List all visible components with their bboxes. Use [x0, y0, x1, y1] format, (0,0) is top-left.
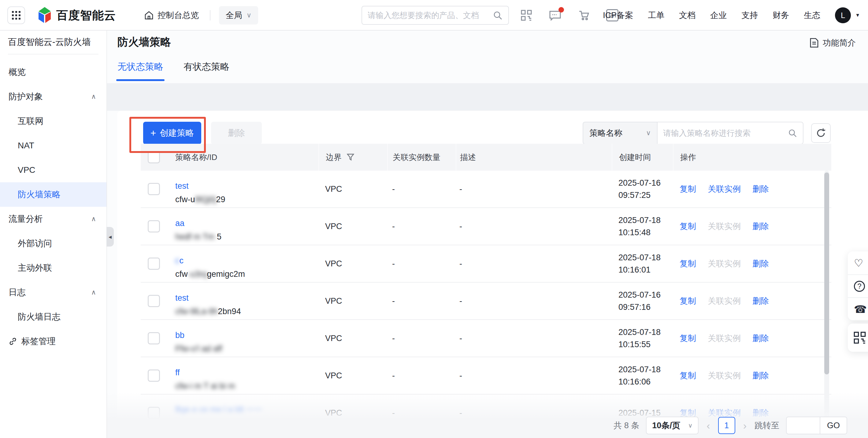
nav-link-support[interactable]: 支持	[741, 10, 758, 21]
nav-link-finance[interactable]: 财务	[773, 10, 789, 21]
policy-name-link[interactable]: aa	[175, 218, 318, 228]
policy-name-link[interactable]: cc	[175, 255, 318, 266]
filter-funnel-icon[interactable]	[346, 153, 354, 161]
copy-action[interactable]: 复制	[680, 221, 696, 232]
global-search-input[interactable]	[368, 11, 492, 20]
help-button[interactable]: ?	[848, 274, 868, 297]
delete-button[interactable]: 删除	[211, 122, 262, 144]
sidebar-item-label: 主动外联	[18, 262, 52, 274]
row-checkbox[interactable]	[148, 257, 160, 270]
filter-field-select[interactable]: 策略名称 ∨	[583, 122, 657, 144]
sidebar-item-9[interactable]: 日志∧	[0, 280, 106, 305]
sidebar-item-1[interactable]: 防护对象∧	[0, 85, 106, 109]
contact-button[interactable]: ☎	[848, 297, 868, 320]
delete-action[interactable]: 删除	[752, 184, 769, 194]
copy-action[interactable]: 复制	[680, 295, 696, 307]
policy-name-link[interactable]: test	[175, 181, 318, 191]
nav-link-docs[interactable]: 文档	[679, 10, 695, 21]
favorite-button[interactable]: ♡	[848, 251, 868, 274]
cart-icon[interactable]	[578, 9, 590, 22]
qr-panel-button[interactable]	[848, 323, 868, 352]
avatar[interactable]: L	[835, 7, 851, 23]
sidebar-item-7[interactable]: 外部访问	[0, 231, 106, 256]
created-time: 2025-07-1810:15:48	[612, 214, 673, 239]
logo-text: 百度智能云	[56, 8, 116, 23]
table-row: testcfw-u8lQj0j29VPC--2025-07-1609:57:25…	[141, 171, 831, 208]
created-time: 2025-07-1810:15:55	[612, 326, 673, 350]
relate-instance-action[interactable]: 关联实例	[708, 370, 741, 381]
boundary-value: VPC	[318, 334, 387, 343]
region-selector[interactable]: 全局 ∨	[219, 6, 258, 25]
nav-link-tickets[interactable]: 工单	[648, 10, 664, 21]
search-icon[interactable]	[492, 10, 503, 21]
copy-action[interactable]: 复制	[680, 333, 696, 344]
row-checkbox[interactable]	[148, 295, 160, 307]
row-checkbox[interactable]	[148, 370, 160, 382]
baidu-cloud-logo[interactable]: 百度智能云	[37, 7, 116, 24]
policy-card: + 创建策略 删除 策略名称 ∨ 策略名称/ID	[117, 111, 868, 438]
sidebar-item-8[interactable]: 主动外联	[0, 256, 106, 280]
create-policy-button[interactable]: + 创建策略	[143, 122, 201, 144]
description-value: -	[456, 296, 612, 306]
console-overview-link[interactable]: 控制台总览	[144, 10, 199, 21]
current-page[interactable]: 1	[718, 417, 735, 434]
sidebar-collapse-handle[interactable]: ◂	[106, 227, 114, 247]
feature-intro-link[interactable]: 功能简介	[809, 37, 856, 48]
relate-instance-action[interactable]: 关联实例	[708, 258, 741, 269]
sidebar-item-3[interactable]: NAT	[0, 133, 106, 158]
sidebar-item-6[interactable]: 流量分析∧	[0, 207, 106, 231]
copy-action[interactable]: 复制	[680, 184, 696, 194]
policy-name-link[interactable]: bb	[175, 330, 318, 340]
sidebar-item-0[interactable]: 概览	[0, 60, 106, 85]
sidebar-item-label: 标签管理	[22, 336, 56, 347]
sidebar-item-4[interactable]: VPC	[0, 158, 106, 182]
column-actions: 操作	[673, 144, 831, 171]
go-button[interactable]: GO	[820, 417, 846, 434]
sidebar-item-10[interactable]: 防火墙日志	[0, 305, 106, 329]
sidebar-item-11[interactable]: 标签管理	[0, 329, 106, 353]
tab-stateless-policy[interactable]: 无状态策略	[118, 61, 163, 81]
refresh-button[interactable]	[811, 123, 831, 143]
policy-id: hedf m Tm 5	[175, 231, 318, 242]
notification-badge	[558, 7, 564, 12]
copy-action[interactable]: 复制	[680, 258, 696, 269]
policy-name-link[interactable]: test	[175, 293, 318, 303]
delete-action[interactable]: 删除	[752, 221, 769, 232]
next-page-icon[interactable]: ›	[742, 420, 748, 432]
row-checkbox[interactable]	[148, 220, 160, 232]
sidebar-item-5[interactable]: 防火墙策略	[0, 182, 106, 207]
policy-id: Ffw-o'l ad aff	[175, 343, 318, 354]
boundary-value: VPC	[318, 371, 387, 380]
app-launcher-icon[interactable]	[7, 6, 25, 24]
account-menu[interactable]: L ▼	[835, 7, 860, 23]
policy-search-input[interactable]	[663, 128, 787, 138]
description-value: -	[456, 371, 612, 380]
nav-link-enterprise[interactable]: 企业	[710, 10, 727, 21]
sidebar-item-2[interactable]: 互联网	[0, 109, 106, 133]
relate-instance-action[interactable]: 关联实例	[708, 333, 741, 344]
delete-action[interactable]: 删除	[752, 258, 769, 269]
tab-stateful-policy[interactable]: 有状态策略	[184, 61, 229, 81]
qrcode-icon[interactable]	[520, 9, 533, 22]
delete-action[interactable]: 删除	[752, 370, 769, 381]
relate-instance-action[interactable]: 关联实例	[708, 221, 741, 232]
description-value: -	[456, 184, 612, 194]
scrollbar-thumb[interactable]	[824, 173, 829, 374]
delete-action[interactable]: 删除	[752, 295, 769, 307]
row-checkbox[interactable]	[148, 332, 160, 344]
chevron-down-icon: ∨	[646, 129, 651, 137]
messages-icon[interactable]	[549, 9, 562, 22]
prev-page-icon[interactable]: ‹	[705, 420, 711, 432]
row-checkbox[interactable]	[148, 183, 160, 195]
delete-action[interactable]: 删除	[752, 333, 769, 344]
policy-name-link[interactable]: ff	[175, 367, 318, 378]
jump-page-input[interactable]	[787, 417, 820, 434]
search-icon[interactable]	[787, 128, 797, 138]
relate-instance-action[interactable]: 关联实例	[708, 184, 741, 194]
relate-instance-action[interactable]: 关联实例	[708, 295, 741, 307]
copy-action[interactable]: 复制	[680, 370, 696, 381]
page-size-select[interactable]: 10条/页 ∨	[646, 416, 699, 434]
select-all-checkbox[interactable]	[148, 151, 160, 163]
nav-link-ecosystem[interactable]: 生态	[804, 10, 820, 21]
nav-link-icp[interactable]: ICP备案	[603, 10, 633, 21]
